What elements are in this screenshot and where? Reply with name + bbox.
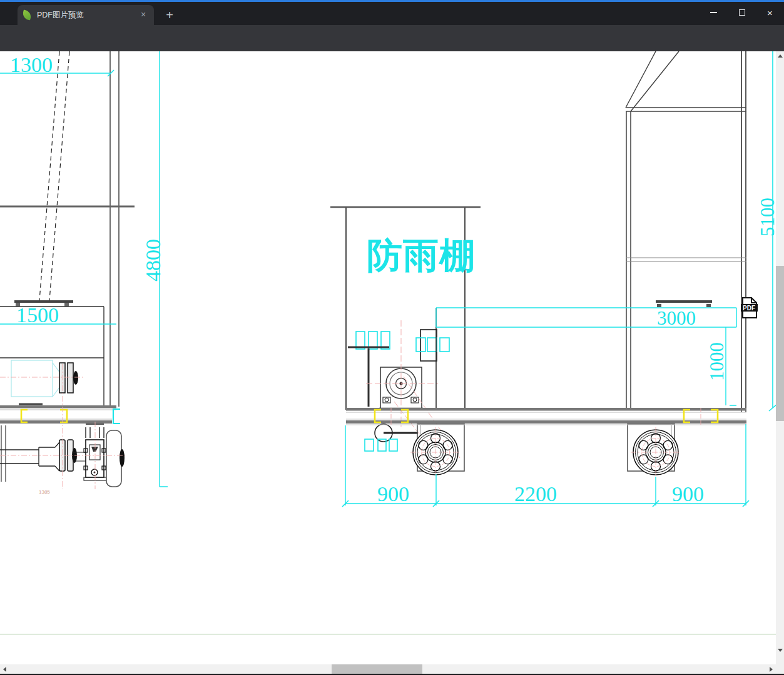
dim-track-center: 2200	[514, 482, 557, 505]
page-content: 1300 4800 1500 1385 防雨棚 3000 1000 5100 9…	[0, 51, 776, 674]
scroll-down-arrow[interactable]	[778, 649, 783, 652]
canopy-label: 防雨棚	[367, 235, 476, 276]
window-controls: ×	[700, 2, 784, 23]
tab-title: PDF图片预览	[37, 10, 138, 21]
browser-window: PDF图片预览 × + × ← → ⟳ ⌂ ⓘ localhost:8012/o…	[0, 0, 784, 675]
maximize-icon	[739, 9, 745, 16]
horizontal-scrollbar[interactable]	[0, 664, 776, 674]
scroll-left-arrow[interactable]	[3, 667, 6, 672]
tab-pdf-preview[interactable]: PDF图片预览 ×	[18, 5, 154, 25]
dim-left-top-width: 1300	[10, 53, 53, 76]
vertical-scrollbar[interactable]	[776, 51, 784, 664]
dim-left-cab-width: 1500	[16, 303, 59, 327]
dim-left-height: 4800	[141, 239, 165, 282]
browser-toolbar: ← → ⟳ ⌂ ⓘ localhost:8012/onlinePreview?u…	[0, 25, 784, 51]
close-button[interactable]: ×	[756, 2, 784, 23]
dim-platform-height: 1000	[706, 342, 728, 381]
spring-leaf-favicon	[21, 9, 32, 20]
new-tab-button[interactable]: +	[161, 8, 178, 24]
tab-bar: PDF图片预览 × + ×	[0, 2, 784, 25]
scroll-right-arrow[interactable]	[770, 667, 773, 672]
maximize-button[interactable]	[728, 2, 756, 23]
horizontal-scroll-thumb[interactable]	[332, 664, 422, 674]
scroll-up-arrow[interactable]	[778, 54, 783, 58]
dim-track-left: 900	[377, 482, 409, 505]
vertical-scroll-thumb[interactable]	[776, 266, 784, 421]
dim-overall-height: 5100	[756, 198, 776, 236]
cad-wheel-right	[631, 427, 681, 477]
pdf-file-icon[interactable]: PDF	[741, 298, 758, 318]
minimize-button[interactable]	[700, 2, 728, 23]
tab-close-icon[interactable]: ×	[138, 9, 149, 21]
cad-drawing: 1300 4800 1500 1385 防雨棚 3000 1000 5100 9…	[0, 51, 776, 674]
scrollbar-corner	[776, 664, 784, 674]
cad-wheel-left	[410, 427, 461, 477]
dim-left-axle-span: 1385	[39, 489, 50, 495]
dim-track-right: 900	[672, 482, 704, 505]
cad-left-view	[0, 51, 135, 489]
close-icon: ×	[767, 8, 773, 18]
dim-platform-width: 3000	[657, 307, 696, 329]
minimize-icon	[710, 12, 717, 13]
pdf-badge-label: PDF	[743, 305, 755, 312]
